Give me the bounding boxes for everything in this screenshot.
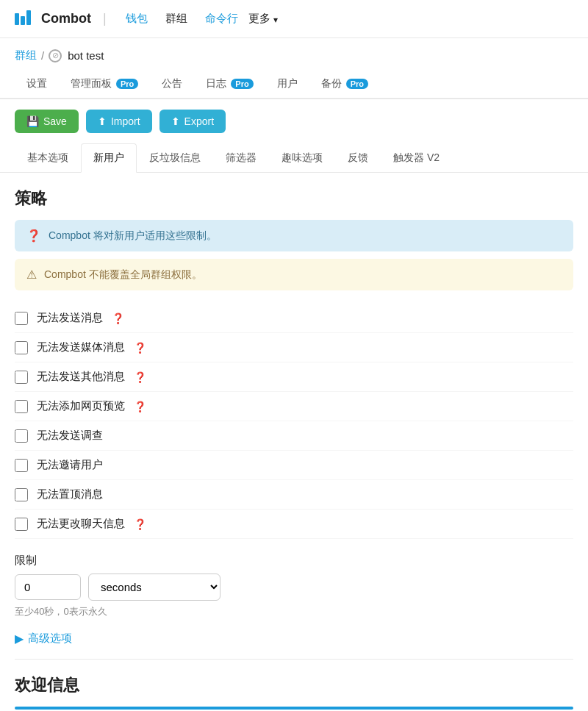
checkbox-label-2: 无法发送其他消息 [37, 370, 125, 384]
welcome-title: 欢迎信息 [15, 659, 573, 696]
tab-backup[interactable]: 备份 Pro [309, 70, 380, 99]
sub-tab-antispam[interactable]: 反垃圾信息 [137, 143, 213, 173]
checkbox-label-4: 无法发送调查 [37, 429, 103, 443]
nav-link-groups[interactable]: 群组 [158, 7, 195, 30]
import-button[interactable]: ⬆ Import [86, 110, 152, 133]
tab-dashboard[interactable]: 管理面板 Pro [59, 70, 150, 99]
limit-section: 限制 seconds minutes hours days 至少40秒，0表示永… [15, 554, 573, 618]
info-yellow-text: Compbot 不能覆盖全局群组权限。 [44, 268, 202, 282]
svg-rect-1 [21, 16, 25, 25]
nav-link-commands[interactable]: 命令行 [198, 7, 245, 30]
svg-rect-0 [15, 13, 19, 25]
checkbox-item-1: 无法发送媒体消息 ❓ [15, 333, 573, 362]
limit-input[interactable] [15, 574, 81, 600]
info-blue-icon: ❓ [26, 229, 41, 243]
save-label: Save [43, 115, 67, 127]
help-icon-2[interactable]: ❓ [134, 371, 146, 383]
info-yellow-box: ⚠ Compbot 不能覆盖全局群组权限。 [15, 259, 573, 290]
checkbox-item-6: 无法置顶消息 [15, 480, 573, 510]
breadcrumb-separator: / [41, 49, 44, 62]
logs-pro-badge: Pro [231, 79, 253, 89]
chevron-down-icon [273, 12, 278, 25]
nav-more-dropdown[interactable]: 更多 [248, 7, 278, 30]
nav-more-label: 更多 [248, 12, 270, 26]
info-blue-text: Compbot 将对新用户适用这些限制。 [49, 229, 217, 243]
breadcrumb-parent-link[interactable]: 群组 [15, 49, 37, 62]
checkbox-no-pin[interactable] [15, 488, 28, 501]
save-icon: 💾 [26, 115, 39, 127]
export-button[interactable]: ⬆ Export [159, 110, 226, 133]
checkbox-no-change-info[interactable] [15, 518, 28, 531]
limit-hint: 至少40秒，0表示永久 [15, 605, 573, 618]
tab-announcements[interactable]: 公告 [150, 70, 194, 99]
save-button[interactable]: 💾 Save [15, 110, 79, 133]
nav-link-wallet[interactable]: 钱包 [118, 7, 155, 30]
main-tabs: 设置 管理面板 Pro 公告 日志 Pro 用户 备份 Pro [0, 70, 588, 99]
checkbox-no-messages[interactable] [15, 312, 28, 325]
ban-icon: ⊘ [49, 49, 62, 62]
help-icon-3[interactable]: ❓ [134, 401, 146, 412]
dashboard-pro-badge: Pro [116, 79, 138, 89]
checkbox-item-4: 无法发送调查 [15, 421, 573, 451]
checkbox-no-poll[interactable] [15, 429, 28, 443]
warning-icon: ⚠ [26, 268, 37, 282]
checkbox-item-3: 无法添加网页预览 ❓ [15, 392, 573, 421]
logo-icon [15, 10, 35, 28]
sub-tab-triggers[interactable]: 触发器 V2 [381, 143, 452, 173]
limit-label: 限制 [15, 554, 573, 568]
sub-tab-basic[interactable]: 基本选项 [15, 143, 81, 173]
checkbox-item-5: 无法邀请用户 [15, 451, 573, 480]
advanced-label: 高级选项 [28, 632, 72, 646]
limit-select[interactable]: seconds minutes hours days [88, 574, 220, 601]
tab-users[interactable]: 用户 [265, 70, 309, 99]
checkbox-no-invite[interactable] [15, 459, 28, 472]
logo-text: Combot [41, 11, 91, 26]
checkbox-label-0: 无法发送消息 [37, 311, 103, 325]
tab-logs[interactable]: 日志 Pro [194, 70, 265, 99]
sub-tabs: 基本选项 新用户 反垃圾信息 筛选器 趣味选项 反馈 触发器 V2 [0, 143, 588, 173]
checkbox-label-3: 无法添加网页预览 [37, 399, 125, 413]
import-icon: ⬆ [98, 115, 107, 127]
section-title: 策略 [15, 187, 573, 210]
help-icon-1[interactable]: ❓ [134, 342, 146, 354]
checkbox-label-6: 无法置顶消息 [37, 487, 103, 501]
checkbox-no-other[interactable] [15, 371, 28, 384]
breadcrumb: 群组 / ⊘ bot test [0, 38, 588, 70]
checkbox-list: 无法发送消息 ❓ 无法发送媒体消息 ❓ 无法发送其他消息 ❓ 无法添加网页预览 … [15, 304, 573, 539]
checkbox-label-5: 无法邀请用户 [37, 458, 103, 472]
export-label: Export [184, 115, 214, 127]
export-icon: ⬆ [171, 115, 180, 127]
sub-tab-fun[interactable]: 趣味选项 [269, 143, 335, 173]
checkbox-label-1: 无法发送媒体消息 [37, 340, 125, 354]
sub-tab-filters[interactable]: 筛选器 [213, 143, 269, 173]
limit-controls: seconds minutes hours days [15, 574, 573, 601]
checkbox-item-2: 无法发送其他消息 ❓ [15, 362, 573, 392]
sub-tab-new-user[interactable]: 新用户 [81, 143, 137, 173]
nav-links: 钱包 群组 命令行 更多 [118, 7, 278, 30]
checkbox-no-preview[interactable] [15, 400, 28, 413]
import-label: Import [111, 115, 140, 127]
tab-settings[interactable]: 设置 [15, 70, 59, 99]
toolbar: 💾 Save ⬆ Import ⬆ Export [0, 99, 588, 143]
main-content: 策略 ❓ Compbot 将对新用户适用这些限制。 ⚠ Compbot 不能覆盖… [0, 173, 588, 711]
checkbox-item-0: 无法发送消息 ❓ [15, 304, 573, 333]
sub-tab-feedback[interactable]: 反馈 [335, 143, 381, 173]
help-icon-0[interactable]: ❓ [112, 312, 124, 324]
checkbox-no-media[interactable] [15, 341, 28, 354]
breadcrumb-current: bot test [68, 49, 104, 62]
top-nav: Combot | 钱包 群组 命令行 更多 [0, 0, 588, 38]
logo: Combot [15, 10, 91, 28]
help-icon-7[interactable]: ❓ [134, 518, 146, 530]
checkbox-item-7: 无法更改聊天信息 ❓ [15, 510, 573, 539]
welcome-bar [15, 707, 573, 710]
advanced-icon: ▶ [15, 632, 24, 646]
checkbox-label-7: 无法更改聊天信息 [37, 517, 125, 531]
svg-rect-2 [26, 10, 31, 25]
info-blue-box: ❓ Compbot 将对新用户适用这些限制。 [15, 220, 573, 251]
advanced-link[interactable]: ▶ 高级选项 [15, 632, 573, 646]
backup-pro-badge: Pro [346, 79, 368, 89]
nav-divider: | [103, 11, 107, 26]
